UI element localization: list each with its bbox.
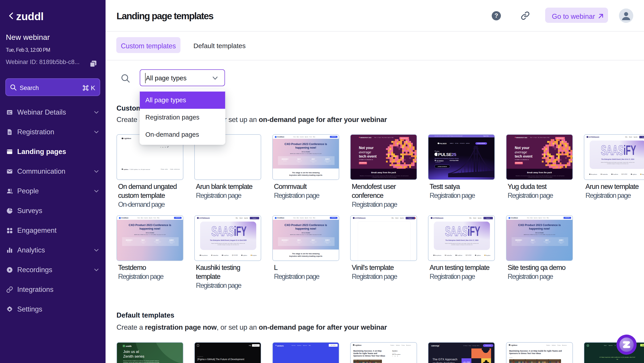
svg-text:25: 25 — [463, 360, 470, 363]
